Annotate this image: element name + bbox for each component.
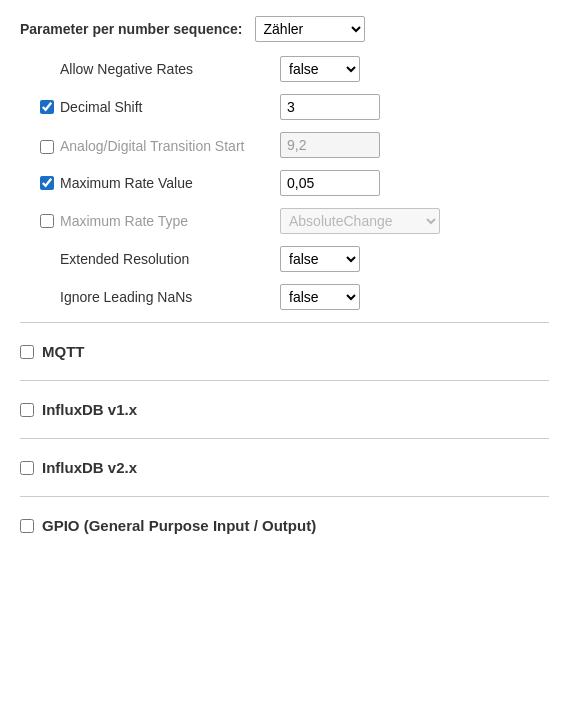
- analog-digital-row: Analog/Digital Transition Start: [40, 132, 549, 158]
- param-per-seq-label: Parameter per number sequence:: [20, 21, 243, 37]
- gpio-checkbox[interactable]: [20, 519, 34, 533]
- influxdb-v2-checkbox[interactable]: [20, 461, 34, 475]
- analog-digital-label: Analog/Digital Transition Start: [60, 138, 244, 154]
- ignore-leading-nans-label: Ignore Leading NaNs: [60, 289, 192, 305]
- max-rate-type-checkbox[interactable]: [40, 214, 54, 228]
- ignore-leading-nans-row: Ignore Leading NaNs false true: [40, 284, 549, 310]
- extended-resolution-row: Extended Resolution false true: [40, 246, 549, 272]
- gpio-label: GPIO (General Purpose Input / Output): [42, 517, 316, 534]
- extended-resolution-select[interactable]: false true: [280, 246, 360, 272]
- gpio-section-header[interactable]: GPIO (General Purpose Input / Output): [20, 507, 549, 544]
- extended-resolution-label: Extended Resolution: [60, 251, 189, 267]
- analog-digital-input[interactable]: [280, 132, 380, 158]
- max-rate-type-row: Maximum Rate Type AbsoluteChange: [40, 208, 549, 234]
- max-rate-value-checkbox[interactable]: [40, 176, 54, 190]
- max-rate-value-input[interactable]: [280, 170, 380, 196]
- divider-4: [20, 496, 549, 497]
- max-rate-type-label: Maximum Rate Type: [60, 213, 188, 229]
- allow-negative-rates-label: Allow Negative Rates: [60, 61, 193, 77]
- influxdb-v1-section-header[interactable]: InfluxDB v1.x: [20, 391, 549, 428]
- param-per-seq-select[interactable]: Zähler: [255, 16, 365, 42]
- max-rate-value-label: Maximum Rate Value: [60, 175, 193, 191]
- analog-digital-checkbox[interactable]: [40, 140, 54, 154]
- mqtt-checkbox[interactable]: [20, 345, 34, 359]
- divider-3: [20, 438, 549, 439]
- decimal-shift-row: Decimal Shift: [40, 94, 549, 120]
- max-rate-type-select[interactable]: AbsoluteChange: [280, 208, 440, 234]
- max-rate-value-row: Maximum Rate Value: [40, 170, 549, 196]
- divider-2: [20, 380, 549, 381]
- decimal-shift-label: Decimal Shift: [60, 99, 142, 115]
- divider-1: [20, 322, 549, 323]
- allow-negative-rates-select[interactable]: false true: [280, 56, 360, 82]
- allow-negative-rates-row: Allow Negative Rates false true: [40, 56, 549, 82]
- mqtt-section-header[interactable]: MQTT: [20, 333, 549, 370]
- decimal-shift-input[interactable]: [280, 94, 380, 120]
- influxdb-v1-checkbox[interactable]: [20, 403, 34, 417]
- mqtt-label: MQTT: [42, 343, 85, 360]
- influxdb-v2-section-header[interactable]: InfluxDB v2.x: [20, 449, 549, 486]
- influxdb-v2-label: InfluxDB v2.x: [42, 459, 137, 476]
- ignore-leading-nans-select[interactable]: false true: [280, 284, 360, 310]
- influxdb-v1-label: InfluxDB v1.x: [42, 401, 137, 418]
- decimal-shift-checkbox[interactable]: [40, 100, 54, 114]
